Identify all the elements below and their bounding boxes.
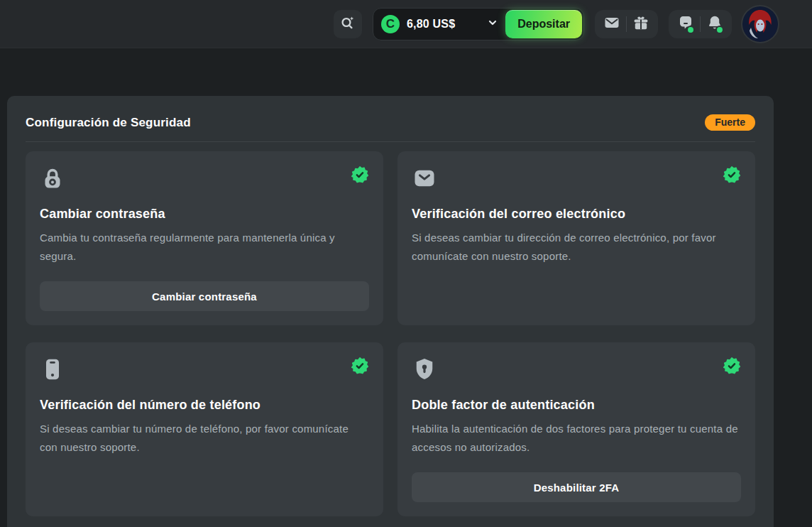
- change-password-button[interactable]: Cambiar contraseña: [40, 281, 369, 311]
- chat-button[interactable]: [671, 10, 700, 38]
- card-description: Si deseas cambiar tu dirección de correo…: [412, 229, 741, 265]
- avatar-image: [742, 6, 778, 42]
- disable-2fa-button[interactable]: Deshabilitar 2FA: [412, 472, 741, 502]
- lock-icon: [40, 165, 65, 194]
- topbar: C 6,80 US$ Depositar: [0, 0, 812, 48]
- phone-icon: [40, 357, 65, 385]
- card-description: Habilita la autenticación de dos factore…: [412, 420, 741, 456]
- card-title: Cambiar contraseña: [40, 207, 369, 222]
- security-cards-grid: Cambiar contraseña Cambia tu contraseña …: [26, 151, 755, 516]
- page-title: Configuración de Seguridad: [26, 116, 191, 130]
- card-phone-verification: Verificación del número de teléfono Si d…: [26, 342, 383, 516]
- card-description: Cambia tu contraseña regularmente para m…: [40, 229, 369, 265]
- mail-gift-group: [595, 10, 658, 38]
- gift-icon: [632, 14, 649, 33]
- verified-badge-icon: [351, 357, 369, 378]
- verified-badge-icon: [723, 357, 741, 378]
- chat-online-dot: [686, 26, 695, 34]
- card-email-verification: Verificación del correo electrónico Si d…: [397, 151, 755, 325]
- notifications-button[interactable]: [701, 10, 729, 38]
- envelope-icon: [412, 165, 437, 194]
- chevron-down-icon[interactable]: [487, 17, 498, 31]
- card-title: Doble factor de autenticación: [412, 398, 741, 413]
- gift-button[interactable]: [627, 10, 655, 38]
- chat-bell-group: [669, 10, 732, 38]
- mail-button[interactable]: [598, 10, 626, 38]
- password-strength-badge: Fuerte: [705, 114, 755, 131]
- shield-icon: [412, 357, 437, 385]
- panel-header: Configuración de Seguridad Fuerte: [26, 114, 755, 142]
- page-body: Configuración de Seguridad Fuerte: [0, 48, 812, 527]
- coin-icon: C: [381, 15, 400, 33]
- deposit-button[interactable]: Depositar: [505, 10, 582, 38]
- card-description: Si deseas cambiar tu número de teléfono,…: [40, 420, 369, 456]
- search-button[interactable]: [334, 10, 362, 38]
- card-title: Verificación del número de teléfono: [40, 398, 369, 413]
- card-change-password: Cambiar contraseña Cambia tu contraseña …: [26, 151, 383, 325]
- verified-badge-icon: [723, 165, 741, 187]
- avatar[interactable]: [742, 6, 778, 42]
- balance-amount: 6,80 US$: [407, 18, 455, 31]
- mail-icon: [603, 14, 620, 33]
- bell-notification-dot: [715, 26, 724, 34]
- search-icon: [339, 14, 356, 33]
- card-title: Verificación del correo electrónico: [412, 207, 741, 222]
- verified-badge-icon: [351, 165, 369, 187]
- wallet-widget: C 6,80 US$ Depositar: [373, 8, 584, 40]
- security-settings-panel: Configuración de Seguridad Fuerte: [7, 96, 774, 527]
- card-two-factor: Doble factor de autenticación Habilita l…: [397, 342, 755, 516]
